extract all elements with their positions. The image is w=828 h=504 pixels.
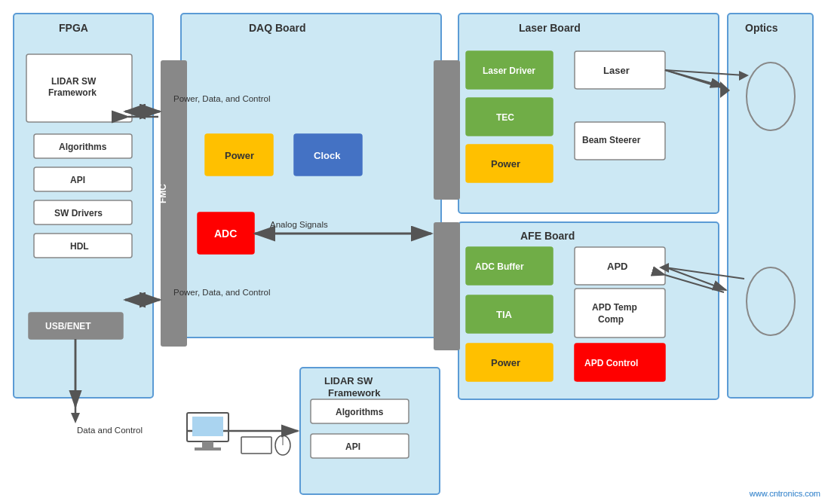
svg-rect-26	[294, 134, 362, 176]
svg-point-90	[275, 435, 290, 455]
diagram: FPGA DAQ Board Laser Board AFE Board Opt…	[0, 0, 828, 504]
svg-rect-32	[466, 98, 553, 136]
svg-text:API: API	[345, 441, 360, 452]
svg-rect-30	[466, 51, 553, 89]
svg-rect-51	[575, 344, 665, 381]
svg-rect-49	[466, 344, 553, 381]
svg-rect-0	[14, 14, 153, 398]
svg-rect-1	[181, 14, 441, 338]
arrows-svg: FPGA DAQ Board Laser Board AFE Board Opt…	[0, 0, 828, 504]
svg-text:Power: Power	[225, 150, 254, 161]
svg-text:FMC: FMC	[158, 184, 168, 203]
svg-text:HDL: HDL	[70, 241, 89, 252]
svg-rect-18	[29, 313, 123, 339]
svg-text:Power, Data, and Control: Power, Data, and Control	[173, 288, 271, 297]
svg-rect-36	[575, 51, 665, 89]
svg-text:APD Temp: APD Temp	[592, 302, 637, 313]
svg-text:Algorithms: Algorithms	[59, 142, 107, 152]
svg-text:Laser: Laser	[603, 65, 630, 76]
svg-rect-7	[26, 54, 132, 122]
svg-text:Power: Power	[491, 158, 520, 170]
svg-marker-79	[659, 263, 669, 273]
svg-text:Laser Driver: Laser Driver	[483, 66, 535, 76]
svg-rect-44	[466, 295, 553, 333]
svg-rect-3	[458, 222, 719, 399]
svg-text:API: API	[70, 175, 85, 185]
svg-rect-5	[300, 368, 440, 494]
svg-point-57	[747, 63, 795, 130]
svg-text:Data and Control: Data and Control	[77, 426, 143, 435]
svg-text:Power, Data, and Control: Power, Data, and Control	[173, 94, 271, 103]
svg-text:USB/ENET: USB/ENET	[45, 321, 91, 331]
svg-text:Framework: Framework	[48, 87, 97, 98]
svg-rect-14	[34, 200, 132, 225]
daq-label: DAQ Board	[249, 22, 305, 34]
svg-text:LIDAR SW: LIDAR SW	[51, 76, 97, 87]
watermark-text: www.cntronics.com	[750, 489, 820, 498]
svg-rect-24	[205, 134, 273, 176]
svg-rect-23	[434, 222, 460, 350]
svg-line-75	[666, 267, 726, 290]
svg-rect-10	[34, 134, 132, 158]
svg-text:SW Drivers: SW Drivers	[54, 208, 103, 218]
svg-rect-2	[458, 14, 719, 213]
svg-text:Algorithms: Algorithms	[336, 407, 384, 417]
svg-text:Power: Power	[491, 357, 520, 368]
svg-rect-46	[575, 289, 665, 338]
svg-rect-22	[434, 60, 460, 200]
laser-label: Laser Board	[519, 22, 581, 34]
svg-text:Analog Signals: Analog Signals	[270, 220, 328, 229]
svg-rect-34	[466, 145, 553, 182]
svg-rect-85	[187, 413, 228, 441]
svg-rect-40	[466, 247, 553, 285]
svg-text:TIA: TIA	[496, 309, 513, 320]
svg-rect-87	[202, 441, 213, 447]
svg-text:Comp: Comp	[598, 314, 624, 325]
svg-text:TEC: TEC	[496, 112, 514, 123]
svg-text:Clock: Clock	[314, 150, 341, 161]
svg-text:Beam Steerer: Beam Steerer	[582, 135, 641, 145]
svg-marker-72	[720, 81, 730, 98]
svg-text:Framework: Framework	[328, 387, 381, 399]
fpga-label: FPGA	[59, 22, 88, 34]
svg-rect-38	[575, 122, 665, 160]
svg-line-71	[665, 70, 724, 87]
svg-text:ADC: ADC	[214, 228, 237, 240]
svg-line-74	[665, 275, 724, 292]
svg-marker-84	[71, 413, 80, 423]
svg-rect-12	[34, 167, 132, 191]
svg-rect-53	[311, 399, 409, 423]
svg-line-76	[665, 70, 744, 75]
svg-point-58	[747, 267, 795, 335]
svg-rect-86	[192, 417, 223, 436]
svg-line-78	[665, 267, 744, 279]
afe-label: AFE Board	[520, 230, 575, 242]
svg-rect-88	[195, 447, 221, 451]
svg-rect-42	[575, 247, 665, 285]
svg-rect-89	[241, 437, 271, 454]
optics-label: Optics	[745, 22, 778, 34]
svg-rect-4	[728, 14, 813, 398]
svg-rect-16	[34, 234, 132, 258]
svg-rect-55	[311, 434, 409, 458]
svg-text:ADC Buffer: ADC Buffer	[475, 261, 524, 272]
lidar-sw-bottom-label: LIDAR SW	[324, 375, 373, 386]
svg-rect-28	[198, 212, 254, 254]
svg-line-73	[665, 70, 725, 89]
svg-marker-77	[739, 71, 749, 81]
svg-text:APD: APD	[607, 261, 627, 272]
svg-rect-20	[161, 60, 187, 347]
svg-text:APD Control: APD Control	[584, 358, 638, 368]
